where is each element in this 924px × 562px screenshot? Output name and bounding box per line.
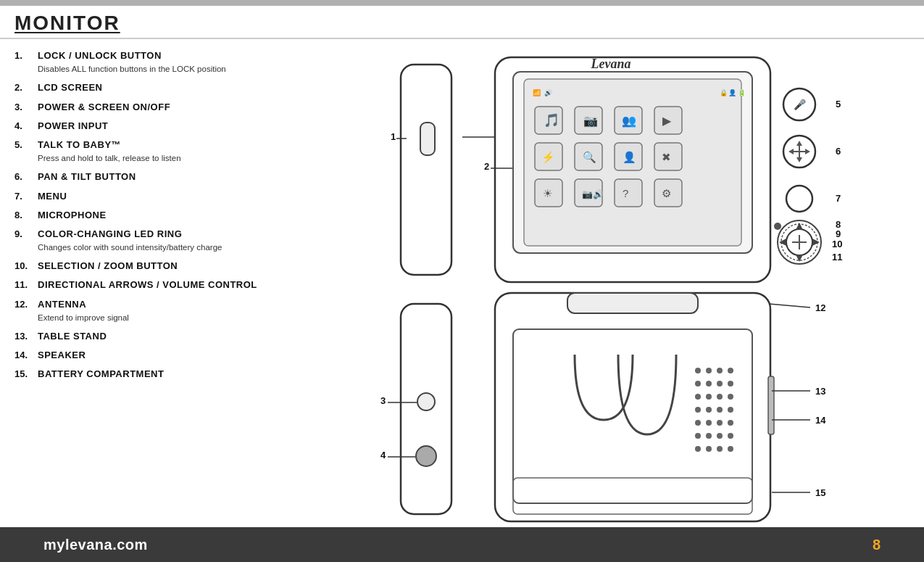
svg-text:👤: 👤 (728, 88, 737, 97)
list-item: 5.TALK TO BABY™Press and hold to talk, r… (14, 139, 261, 165)
list-item-title: POWER INPUT (38, 120, 261, 133)
list-item-desc: Changes color with sound intensity/batte… (38, 243, 222, 252)
svg-text:?: ? (623, 187, 628, 199)
footer-website: mylevana.com (43, 537, 148, 553)
svg-text:5: 5 (836, 99, 841, 109)
list-item: 6.PAN & TILT BUTTON (14, 170, 261, 183)
list-item-content: BATTERY COMPARTMENT (38, 368, 261, 381)
svg-point-103 (717, 368, 723, 373)
svg-point-93 (695, 433, 701, 439)
svg-rect-106 (768, 376, 774, 434)
svg-point-87 (717, 407, 723, 413)
list-item-number: 9. (14, 228, 38, 254)
list-item-title: LCD SCREEN (38, 81, 261, 94)
footer: mylevana.com 8 (0, 527, 924, 562)
svg-text:👥: 👥 (622, 114, 636, 128)
list-item-content: POWER & SCREEN ON/OFF (38, 101, 261, 114)
main-content: 1.LOCK / UNLOCK BUTTONDisables ALL funct… (0, 39, 924, 532)
svg-point-90 (706, 420, 712, 426)
svg-text:📷: 📷 (583, 114, 598, 128)
list-item-number: 1. (14, 49, 38, 75)
svg-text:🔊: 🔊 (544, 88, 553, 97)
svg-text:6: 6 (836, 146, 841, 157)
parts-list: 1.LOCK / UNLOCK BUTTONDisables ALL funct… (14, 46, 261, 525)
list-item-content: COLOR-CHANGING LED RINGChanges color wit… (38, 228, 261, 254)
list-item-title: ANTENNA (38, 298, 261, 311)
list-item-title: MICROPHONE (38, 209, 261, 222)
svg-marker-41 (796, 141, 802, 146)
list-item: 11.DIRECTIONAL ARROWS / VOLUME CONTROL (14, 278, 261, 292)
list-item-number: 12. (14, 298, 38, 324)
svg-text:📶: 📶 (533, 88, 541, 97)
list-item-title: POWER & SCREEN ON/OFF (38, 101, 261, 114)
list-item: 4.POWER INPUT (14, 120, 261, 133)
svg-point-77 (695, 381, 701, 387)
svg-text:11: 11 (832, 252, 842, 263)
list-item-content: SPEAKER (38, 349, 261, 362)
svg-text:👤: 👤 (623, 151, 636, 164)
list-item-number: 2. (14, 81, 38, 94)
svg-rect-74 (495, 293, 770, 521)
svg-text:Levana: Levana (590, 57, 630, 71)
svg-point-97 (695, 446, 701, 452)
svg-point-86 (706, 407, 712, 413)
svg-text:✖: ✖ (662, 151, 671, 163)
svg-text:🎵: 🎵 (544, 112, 560, 128)
svg-rect-105 (513, 478, 752, 514)
svg-text:15: 15 (815, 487, 825, 498)
list-item: 13.TABLE STAND (14, 330, 261, 343)
svg-text:⚡: ⚡ (541, 151, 555, 164)
svg-marker-42 (796, 157, 802, 162)
list-item-number: 10. (14, 260, 38, 273)
list-item-content: DIRECTIONAL ARROWS / VOLUME CONTROL (38, 278, 261, 292)
list-item-content: LCD SCREEN (38, 81, 261, 94)
list-item: 15.BATTERY COMPARTMENT (14, 368, 261, 381)
svg-line-108 (769, 304, 810, 307)
svg-point-45 (786, 186, 812, 212)
svg-point-46 (774, 223, 781, 230)
svg-point-68 (417, 393, 435, 410)
list-item-number: 11. (14, 278, 38, 292)
svg-point-89 (695, 420, 701, 426)
list-item-title: DIRECTIONAL ARROWS / VOLUME CONTROL (38, 278, 261, 292)
list-item-number: 13. (14, 330, 38, 343)
list-item-desc: Press and hold to talk, release to liste… (38, 154, 181, 162)
svg-text:13: 13 (815, 386, 825, 397)
list-item-content: MENU (38, 190, 261, 203)
back-view-svg: 3 4 (328, 289, 850, 529)
list-item-title: SPEAKER (38, 349, 261, 362)
list-item-title: TABLE STAND (38, 330, 261, 343)
list-item-number: 8. (14, 209, 38, 222)
svg-text:9: 9 (836, 228, 841, 239)
svg-rect-0 (401, 65, 451, 275)
svg-point-83 (717, 394, 723, 400)
list-item-content: POWER INPUT (38, 120, 261, 133)
svg-point-98 (706, 446, 712, 452)
svg-point-101 (695, 368, 701, 373)
svg-text:10: 10 (832, 239, 842, 249)
svg-text:12: 12 (815, 302, 825, 313)
list-item: 14.SPEAKER (14, 349, 261, 362)
svg-text:1: 1 (391, 131, 396, 142)
list-item: 3.POWER & SCREEN ON/OFF (14, 101, 261, 114)
front-view-svg: 📶 🔊 🔒 👤 🔋 🎵 📷 👥 ▶ (328, 50, 850, 297)
svg-point-96 (728, 433, 733, 439)
list-item-title: MENU (38, 190, 261, 203)
svg-rect-75 (567, 293, 698, 313)
list-item: 1.LOCK / UNLOCK BUTTONDisables ALL funct… (14, 49, 261, 75)
svg-point-104 (728, 368, 733, 373)
svg-point-85 (695, 407, 701, 413)
top-bar (0, 0, 924, 6)
list-item-title: COLOR-CHANGING LED RING (38, 228, 261, 241)
list-item-number: 7. (14, 190, 38, 203)
diagrams: 📶 🔊 🔒 👤 🔋 🎵 📷 👥 ▶ (268, 46, 910, 525)
svg-point-88 (728, 407, 733, 413)
svg-point-100 (728, 446, 733, 452)
svg-text:🎤: 🎤 (793, 99, 806, 111)
footer-page: 8 (873, 537, 881, 553)
svg-text:2: 2 (484, 161, 489, 172)
list-item-content: TALK TO BABY™Press and hold to talk, rel… (38, 139, 261, 165)
svg-point-92 (728, 420, 733, 426)
svg-point-95 (717, 433, 723, 439)
svg-text:☀: ☀ (543, 187, 552, 199)
